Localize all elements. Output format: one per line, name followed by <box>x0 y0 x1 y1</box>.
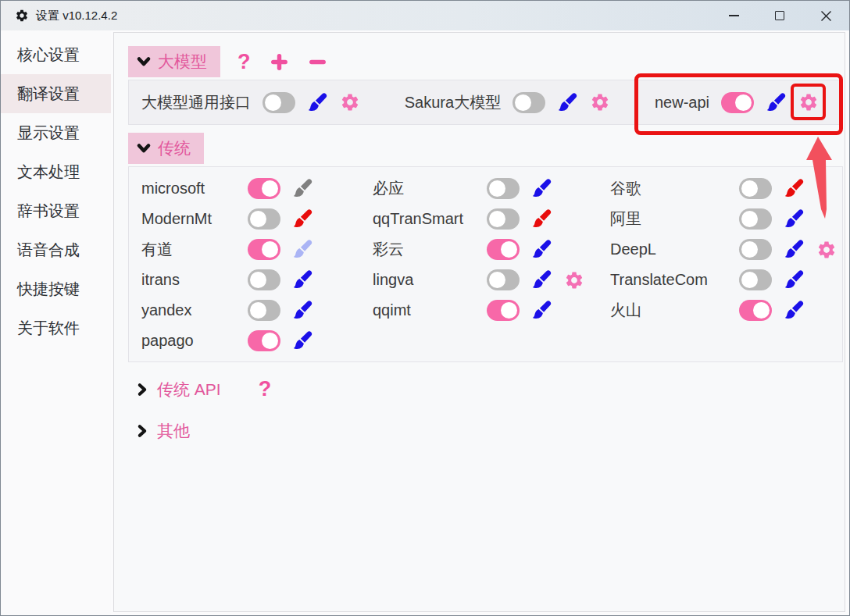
maximize-button[interactable] <box>766 1 793 30</box>
service-toggle[interactable] <box>739 269 772 290</box>
service-toggle[interactable] <box>739 239 772 260</box>
sidebar-item-4[interactable]: 辞书设置 <box>1 191 111 230</box>
help-icon[interactable]: ? <box>259 377 272 401</box>
brush-icon[interactable] <box>531 208 552 230</box>
gear-icon[interactable] <box>564 270 584 290</box>
service-label: 必应 <box>373 178 475 199</box>
traditional-column-1: 必应 qqTranSmart 彩云 lingva qqimt <box>373 173 610 356</box>
gear-icon[interactable] <box>340 92 360 112</box>
service-toggle[interactable] <box>248 208 280 230</box>
service-new-api: new-api <box>655 92 819 113</box>
brush-icon[interactable] <box>784 300 805 321</box>
brush-icon[interactable] <box>531 300 552 321</box>
service-label: 大模型通用接口 <box>141 92 251 113</box>
brush-icon[interactable] <box>531 178 552 199</box>
toggle-knob <box>753 302 770 319</box>
service-toggle[interactable] <box>248 330 280 351</box>
brush-icon[interactable] <box>292 239 313 260</box>
service-彩云: 彩云 <box>373 234 610 265</box>
service-modernmt: ModernMt <box>141 204 373 234</box>
brush-icon[interactable] <box>531 269 552 290</box>
service-label: qqimt <box>373 301 475 319</box>
minimize-button[interactable] <box>720 1 747 30</box>
service-label: lingva <box>373 271 475 289</box>
sidebar-item-label: 显示设置 <box>17 123 80 144</box>
chevron-right-icon <box>135 424 149 438</box>
service-toggle[interactable] <box>248 269 280 290</box>
brush-icon[interactable] <box>292 178 313 199</box>
help-icon[interactable]: ? <box>238 50 251 74</box>
service-toggle[interactable] <box>739 178 772 199</box>
brush-icon[interactable] <box>784 208 805 230</box>
service-阿里: 阿里 <box>610 204 842 234</box>
sidebar-item-1[interactable]: 翻译设置 <box>1 74 111 113</box>
section-header-other[interactable]: 其他 <box>135 420 845 442</box>
traditional-services-grid: microsoft ModernMt 有道 itrans yandex papa… <box>128 166 843 362</box>
service-toggle[interactable] <box>721 92 754 113</box>
service-必应: 必应 <box>373 173 610 204</box>
main-panel: 大模型 ? 大模型通用接口 Sakura大模型 new-api 传统 <box>113 32 845 612</box>
service-toggle[interactable] <box>248 178 280 199</box>
brush-icon[interactable] <box>784 178 805 199</box>
service-label: microsoft <box>141 180 236 198</box>
brush-icon[interactable] <box>784 269 805 290</box>
brush-icon[interactable] <box>557 92 578 113</box>
sidebar-item-label: 语音合成 <box>17 240 80 261</box>
toggle-knob <box>741 211 758 227</box>
toggle-knob <box>489 272 505 288</box>
service-toggle[interactable] <box>487 239 520 260</box>
close-icon <box>820 10 832 22</box>
section-label-traditional-api: 传统 API <box>157 379 221 401</box>
title-bar[interactable]: 设置 v10.12.4.2 <box>1 1 849 30</box>
sidebar-item-label: 关于软件 <box>17 318 80 339</box>
service-toggle[interactable] <box>487 269 520 290</box>
service-toggle[interactable] <box>739 208 772 230</box>
service-toggle[interactable] <box>739 300 772 321</box>
brush-icon[interactable] <box>766 92 787 113</box>
gear-icon[interactable] <box>816 240 837 260</box>
section-header-llm[interactable]: 大模型 <box>128 46 220 77</box>
service-toggle[interactable] <box>248 239 280 260</box>
sidebar-item-7[interactable]: 关于软件 <box>1 308 111 347</box>
sidebar-item-label: 快捷按键 <box>17 279 80 300</box>
traditional-column-0: microsoft ModernMt 有道 itrans yandex papa… <box>141 173 373 356</box>
sidebar-item-5[interactable]: 语音合成 <box>1 230 111 269</box>
traditional-section-bar: 传统 <box>128 133 845 164</box>
brush-icon[interactable] <box>531 239 552 260</box>
brush-icon[interactable] <box>292 300 313 321</box>
service-qqimt: qqimt <box>373 295 610 326</box>
service-label: 火山 <box>610 300 727 321</box>
service-toggle[interactable] <box>487 208 520 230</box>
service-label: Sakura大模型 <box>405 92 501 113</box>
brush-icon[interactable] <box>292 330 313 351</box>
section-header-traditional[interactable]: 传统 <box>128 133 204 164</box>
plus-icon[interactable] <box>270 52 289 72</box>
service-papago: papago <box>141 326 373 356</box>
toggle-knob <box>741 241 758 258</box>
brush-icon[interactable] <box>292 208 313 230</box>
service-有道: 有道 <box>141 234 373 265</box>
service-label: papago <box>141 332 236 350</box>
service-toggle[interactable] <box>262 92 295 113</box>
brush-icon[interactable] <box>292 269 313 290</box>
sidebar-item-6[interactable]: 快捷按键 <box>1 269 111 308</box>
gear-icon[interactable] <box>798 92 819 112</box>
toggle-knob <box>250 211 266 227</box>
sidebar-item-3[interactable]: 文本处理 <box>1 152 111 191</box>
chevron-right-icon <box>135 383 149 397</box>
sidebar-item-0[interactable]: 核心设置 <box>1 35 111 74</box>
toggle-knob <box>265 94 281 111</box>
section-label-llm: 大模型 <box>158 51 207 73</box>
minus-icon[interactable] <box>308 52 327 72</box>
close-button[interactable] <box>812 1 839 30</box>
service-toggle[interactable] <box>512 92 545 113</box>
service-toggle[interactable] <box>487 300 520 321</box>
service-label: DeepL <box>610 240 727 258</box>
brush-icon[interactable] <box>784 239 805 260</box>
sidebar-item-2[interactable]: 显示设置 <box>1 113 111 152</box>
service-toggle[interactable] <box>487 178 520 199</box>
gear-icon[interactable] <box>590 92 610 112</box>
brush-icon[interactable] <box>307 92 328 113</box>
service-toggle[interactable] <box>248 300 280 321</box>
section-header-traditional-api[interactable]: 传统 API ? <box>135 377 845 401</box>
